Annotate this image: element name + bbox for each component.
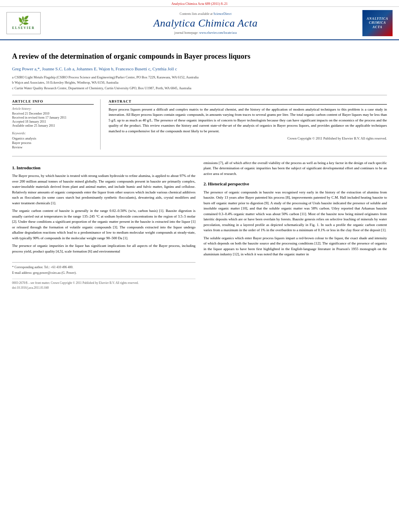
- journal-title: Analytica Chimica Acta: [154, 17, 258, 29]
- email-suffix: (G. Power).: [62, 271, 77, 275]
- footer-bottom: 0003-2670/$ – see front matter. Crown Co…: [12, 279, 195, 290]
- body-para-right-3: The soluble organics which enter Bayer p…: [204, 236, 387, 257]
- abstract-label: ABSTRACT: [109, 99, 387, 105]
- affiliation-2: b Wajcn and Associates, 16 Eckersley Hei…: [12, 80, 387, 85]
- email-link[interactable]: greg.power@csiro.au: [33, 271, 61, 275]
- main-content: A review of the determination of organic…: [0, 40, 399, 295]
- divider-1: [12, 95, 387, 95]
- article-info-label: ARTICLE INFO: [12, 99, 94, 105]
- authors: Greg Power a,*, Joanne S.C. Loh a, Johan…: [12, 66, 387, 72]
- footnote-email: E-mail address: greg.power@csiro.au (G. …: [12, 271, 195, 275]
- date-revised: Received in revised form 17 January 2011: [12, 116, 94, 119]
- abstract-text: Bayer process liquors present a difficul…: [109, 107, 387, 134]
- journal-citation: Analytica Chimica Acta 689 (2011) 8–21: [171, 2, 228, 6]
- affiliation-3: c Curtin Water Quality Research Centre, …: [12, 86, 387, 91]
- page: Analytica Chimica Acta 689 (2011) 8–21 🌿…: [0, 0, 399, 532]
- article-footer: * Corresponding author. Tel.: +61 410 49…: [12, 262, 195, 290]
- doi-line: doi:10.1016/j.aca.2011.01.040: [12, 286, 195, 290]
- date-online: Available online 25 January 2011: [12, 124, 94, 127]
- abstract-column: ABSTRACT Bayer process liquors present a…: [109, 99, 387, 150]
- body-para-right-1: emissions [7], all of which affect the o…: [204, 160, 387, 177]
- article-info-column: ARTICLE INFO Article history: Received 2…: [12, 99, 101, 150]
- copyright-line: Crown Copyright © 2011 Published by Else…: [109, 136, 387, 140]
- section1-heading: 1. Introduction: [12, 164, 195, 171]
- section2-heading: 2. Historical perspective: [204, 181, 387, 187]
- section2-heading-text: 2. Historical perspective: [204, 181, 249, 186]
- keyword-1: Organics analysis: [12, 136, 94, 140]
- aca-logo-text: ANALYTICA CHIMICA ACTA: [367, 17, 389, 29]
- elsevier-logo: 🌿 ELSEVIER: [6, 12, 41, 34]
- footnote-corresponding: * Corresponding author. Tel.: +61 410 49…: [12, 265, 195, 270]
- journal-homepage: journal homepage: www.elsevier.com/locat…: [175, 31, 237, 35]
- divider-2: [12, 156, 387, 156]
- affiliations: a CSIRO Light Metals Flagship (CSIRO Pro…: [12, 75, 387, 91]
- history-label: Article history:: [12, 107, 94, 111]
- date-accepted: Accepted 18 January 2011: [12, 120, 94, 123]
- body-left-column: 1. Introduction The Bayer process, by wh…: [12, 160, 195, 290]
- affiliation-1: a CSIRO Light Metals Flagship (CSIRO Pro…: [12, 75, 387, 80]
- keyword-2: Bayer process: [12, 141, 94, 145]
- elsevier-name: ELSEVIER: [12, 26, 35, 30]
- article-title: A review of the determination of organic…: [12, 51, 387, 62]
- keyword-3: Review: [12, 145, 94, 149]
- journal-title-area: Contents lists available at ScienceDirec…: [55, 10, 356, 36]
- tree-icon: 🌿: [18, 16, 29, 25]
- issn-line: 0003-2670/$ – see front matter. Crown Co…: [12, 281, 195, 285]
- author-list: Greg Power a,*, Joanne S.C. Loh a, Johan…: [12, 66, 177, 71]
- homepage-link[interactable]: www.elsevier.com/locate/aca: [199, 31, 237, 35]
- elsevier-logo-area: 🌿 ELSEVIER: [6, 10, 55, 36]
- journal-top-bar: Analytica Chimica Acta 689 (2011) 8–21: [0, 0, 399, 7]
- sciencedirect-label: Contents lists available at ScienceDirec…: [180, 12, 232, 16]
- aca-logo-box: ANALYTICA CHIMICA ACTA: [362, 10, 393, 36]
- body-right-column: emissions [7], all of which affect the o…: [204, 160, 387, 290]
- body-para-right-2: The presence of organic compounds in bau…: [204, 190, 387, 233]
- section1-heading-text: 1. Introduction: [12, 165, 41, 170]
- keywords-label: Keywords:: [12, 131, 94, 135]
- body-para-1: The Bayer process, by which bauxite is t…: [12, 173, 195, 206]
- sciencedirect-link[interactable]: ScienceDirect: [214, 12, 232, 16]
- date-received: Received 21 December 2010: [12, 112, 94, 115]
- article-meta-row: ARTICLE INFO Article history: Received 2…: [12, 99, 387, 150]
- journal-logo-right: ANALYTICA CHIMICA ACTA: [356, 10, 393, 36]
- journal-header: 🌿 ELSEVIER Contents lists available at S…: [0, 7, 399, 40]
- body-para-3: The presence of organic impurities in th…: [12, 243, 195, 254]
- body-columns: 1. Introduction The Bayer process, by wh…: [12, 160, 387, 290]
- body-para-2: The organic carbon content of bauxite is…: [12, 208, 195, 241]
